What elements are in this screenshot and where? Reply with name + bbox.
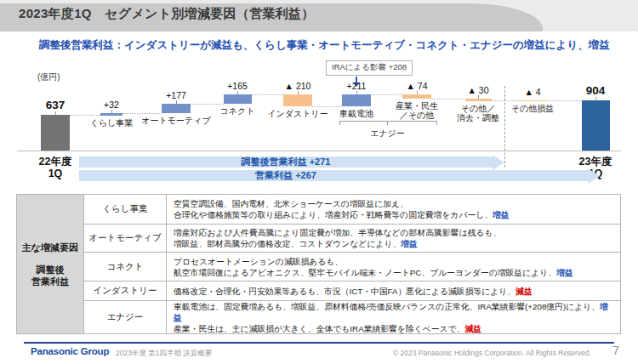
level-connector [312,106,342,107]
level-connector [431,99,465,100]
table-row-header: 主な増減要因調整後営業利益 [17,195,84,333]
energy-group-bracket [339,121,437,125]
result-keyword: 増益 [401,239,418,248]
adjusted-op-profit-arrow: 調整後営業利益 +271 [79,156,493,168]
bar-value-label: 904 [561,84,629,97]
adjusted-op-profit-arrow-label: 調整後営業利益 +271 [79,156,493,168]
ira-annotation: IRAによる影響 +208 [326,60,413,76]
table-row-header-line: 主な増減要因 [22,242,78,253]
page-number: 7 [612,344,619,357]
header-band: 2023年度1Q セグメント別増減要因（営業利益） [0,0,638,31]
waterfall-bar [465,99,492,101]
table-row-header-line: 営業利益 [31,276,69,287]
panasonic-group-logo: Panasonic Group [31,346,109,356]
description-text: 増販益、部材高騰分の価格改定、コストダウンなどにより、 [174,239,401,248]
footer-copyright: © 2023 Panasonic Holdings Corporation. A… [393,349,591,357]
description-text: 価格改定・合理化・円安効果等あるも、市況（ICT・中国FA）悪化による減販損等に… [174,287,516,296]
slide: 2023年度1Q セグメント別増減要因（営業利益） 調整後営業利益：インダストリ… [0,0,638,364]
arrow-head-icon [588,168,600,184]
segment-name-cell: くらし事業 [84,195,167,225]
result-keyword: 増益 [493,210,510,219]
waterfall-bar [582,100,610,151]
bar-tick [417,91,418,94]
description-line: 車載電池は、固定費増あるも、増販益、原材料価格/売価反映バランスの正常化、IRA… [174,301,613,323]
description-text: 航空市場回復によるアビオニクス、堅牢モバイル端末・ノートPC、ブルーヨンダーの増… [174,268,556,277]
bar-tick [176,100,177,104]
axis-label-fy22-line2: 1Q [32,168,78,179]
description-line: プロセスオートメーションの減販損あるも、 [174,256,613,267]
description-text: 増産対応および人件費高騰により固定費が増加、半導体などの部材高騰影響は残るも、 [174,228,501,237]
segment-description-cell: 空質空調設備、国内電材、北米ショーケースの増販益に加え、合理化や価格施策等の取り… [167,195,620,225]
description-text: プロセスオートメーションの減販損あるも、 [174,257,343,266]
waterfall-bar [518,100,547,102]
page-title: 2023年度1Q セグメント別増減要因（営業利益） [19,6,315,22]
bar-name-line: その他損益 [486,104,579,114]
bar-name-label: オートモーティブ [129,116,223,126]
segment-description-cell: 車載電池は、固定費増あるも、増販益、原材料価格/売価反映バランスの正常化、IRA… [167,301,620,333]
result-keyword: 増益 [556,268,573,277]
energy-group-bracket-tick [387,121,388,125]
segment-name-cell: エナジー [84,301,167,333]
bar-tick [595,97,596,100]
level-connector [122,113,162,114]
bar-name-label: その他損益 [486,104,579,114]
key-message: 調整後営業利益：インダストリーが減益も、くらし事業・オートモーティブ・コネクト・… [39,38,610,53]
segment-description-cell: 価格改定・合理化・円安効果等あるも、市況（ICT・中国FA）悪化による減販損等に… [167,282,620,301]
bar-tick [55,111,56,115]
description-line: 増販益、部材高騰分の価格改定、コストダウンなどにより、増益 [174,238,613,249]
axis-label-fy22: 22年度 1Q [32,156,78,179]
axis-label-fy23-line1: 23年度 [572,156,618,168]
waterfall-bar [342,94,371,105]
waterfall-bar [224,94,252,104]
waterfall-bar [283,94,312,105]
footer-caption: 2023年度 第1四半期 決算概要 [116,349,212,359]
footer-rule [24,342,614,344]
description-text: 合理化や価格施策等の取り組みにより、増産対応・戦略費等の固定費増をカバーし、 [174,210,493,219]
arrow-head-icon [493,155,504,170]
factors-table: 主な増減要因調整後営業利益くらし事業空質空調設備、国内電材、北米ショーケースの増… [16,194,621,334]
description-line: 増産対応および人件費高騰により固定費が増加、半導体などの部材高騰影響は残るも、 [174,227,613,238]
result-keyword: 減益 [516,287,533,296]
level-connector [252,94,284,95]
level-connector [547,100,582,101]
bar-value-label: ▲ 4 [498,87,567,97]
bar-value-label: ▲ 74 [383,81,451,91]
description-text: 産業・民生は、主に減販損が大きく、全体でもIRA業績影響を除くベースで、 [174,324,464,333]
description-line: 合理化や価格施策等の取り組みにより、増産対応・戦略費等の固定費増をカバーし、増益 [174,209,613,220]
bar-value-label: +177 [142,90,210,100]
level-connector [191,104,224,105]
waterfall-bar [402,94,431,99]
level-connector [371,94,402,95]
bar-tick [478,95,479,99]
bar-value-label: +32 [77,100,145,110]
segment-name-cell: インダストリー [84,282,167,301]
segment-name-cell: コネクト [84,253,167,282]
bar-name-line: 消去・調整 [431,113,525,123]
bar-tick [298,91,299,94]
chart-dashed-separator [504,86,505,168]
bar-name-line: オートモーティブ [129,116,223,126]
op-profit-arrow: 営業利益 +267 [79,170,588,181]
description-text: 車載電池は、固定費増あるも、増販益、原材料価格/売価反映バランスの正常化、IRA… [174,302,600,311]
axis-label-fy22-line1: 22年度 [32,156,78,168]
description-line: 産業・民生は、主に減販損が大きく、全体でもIRA業績影響を除くベースで、減益 [174,323,613,334]
chart-unit-label: (億円) [37,71,60,83]
bar-value-label: +165 [203,81,271,91]
table-row-header-line: 調整後 [37,264,65,276]
description-text: 空質空調設備、国内電材、北米ショーケースの増販益に加え、 [174,199,408,208]
segment-name-cell: オートモーティブ [84,225,167,253]
segment-description-cell: 増産対応および人件費高騰により固定費が増加、半導体などの部材高騰影響は残るも、増… [167,225,620,253]
bar-value-label: ▲ 210 [264,81,332,91]
description-line: 空質空調設備、国内電材、北米ショーケースの増販益に加え、 [174,198,613,209]
description-line: 航空市場回復によるアビオニクス、堅牢モバイル端末・ノートPC、ブルーヨンダーの増… [174,267,613,278]
chart-baseline [17,151,621,151]
level-connector [70,115,100,116]
bar-tick [356,91,357,94]
segment-description-cell: プロセスオートメーションの減販損あるも、航空市場回復によるアビオニクス、堅牢モバ… [167,253,620,282]
bar-tick [111,110,112,113]
bar-value-label: +211 [322,81,390,91]
op-profit-arrow-label: 営業利益 +267 [79,170,493,181]
waterfall-bar [162,104,191,113]
description-line: 価格改定・合理化・円安効果等あるも、市況（ICT・中国FA）悪化による減販損等に… [174,286,613,297]
waterfall-bar [100,113,122,116]
